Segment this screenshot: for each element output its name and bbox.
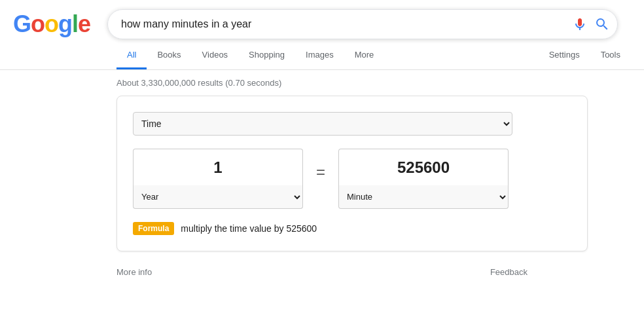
search-bar-container (107, 9, 618, 39)
unit-type-select[interactable]: Time (133, 112, 512, 136)
google-logo[interactable]: Google (13, 10, 90, 38)
tab-books[interactable]: Books (147, 42, 191, 69)
formula-row: Formula multiply the time value by 52560… (133, 222, 571, 235)
search-icons-container (572, 16, 610, 32)
search-icon[interactable] (594, 16, 610, 32)
from-input-group: Year (133, 149, 303, 209)
tab-videos[interactable]: Videos (192, 42, 239, 69)
to-unit-select[interactable]: Minute (338, 185, 509, 209)
converter-row: Year = Minute (133, 149, 571, 209)
tab-shopping[interactable]: Shopping (238, 42, 295, 69)
more-info-link[interactable]: More info (116, 267, 152, 277)
logo-letter-g2: g (58, 10, 72, 38)
logo-letter-g: G (13, 10, 31, 38)
equals-sign: = (316, 163, 325, 181)
from-value-input[interactable] (133, 149, 303, 185)
logo-letter-o1: o (31, 10, 45, 38)
nav-right-tabs: Settings Tools (539, 42, 631, 69)
tab-tools[interactable]: Tools (590, 42, 631, 69)
page-footer: More info Feedback (0, 257, 644, 287)
tab-more[interactable]: More (344, 42, 385, 69)
from-unit-select[interactable]: Year (133, 185, 303, 209)
logo-letter-e: e (78, 10, 90, 38)
tab-images[interactable]: Images (295, 42, 344, 69)
formula-badge: Formula (133, 222, 174, 235)
to-value-input[interactable] (338, 149, 509, 185)
tab-all[interactable]: All (116, 42, 147, 69)
results-count-text: About 3,330,000,000 results (0.70 second… (116, 78, 281, 88)
header: Google (0, 0, 644, 39)
tab-settings[interactable]: Settings (539, 42, 590, 69)
nav-bar: All Books Videos Shopping Images More Se… (0, 42, 644, 70)
nav-tabs: All Books Videos Shopping Images More (116, 42, 539, 69)
formula-text: multiply the time value by 525600 (181, 223, 317, 234)
logo-letter-o2: o (45, 10, 58, 38)
search-bar (107, 9, 618, 39)
logo-letter-l: l (72, 10, 78, 38)
results-summary: About 3,330,000,000 results (0.70 second… (0, 70, 644, 96)
search-input[interactable] (121, 18, 584, 30)
to-input-group: Minute (338, 149, 509, 209)
feedback-link[interactable]: Feedback (490, 267, 528, 277)
main-content: Time Year = Minute Formula (0, 96, 644, 251)
microphone-icon[interactable] (572, 16, 588, 32)
calculator-card: Time Year = Minute Formula (116, 96, 588, 251)
